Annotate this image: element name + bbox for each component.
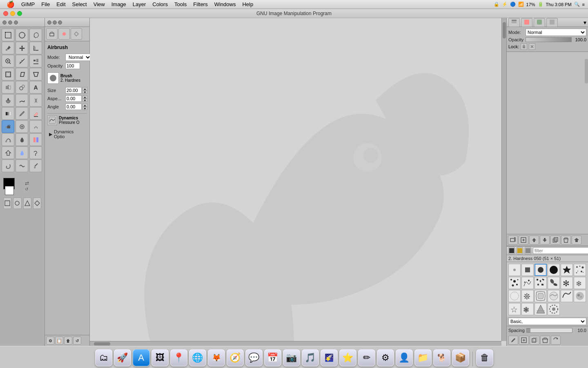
aspect-down-arrow[interactable]: ▼: [82, 99, 87, 102]
rotate2-tool[interactable]: [2, 159, 14, 172]
menu-select[interactable]: Select: [69, 0, 90, 8]
brush-cell-8[interactable]: [521, 277, 534, 289]
chrome-icon[interactable]: 🌐: [189, 349, 206, 366]
rectangle-select-tool[interactable]: [2, 29, 14, 41]
opt-icon-2[interactable]: [58, 28, 70, 40]
brush-gold-icon[interactable]: [517, 247, 523, 254]
menu-tools[interactable]: Tools: [171, 0, 190, 8]
zoom-tool[interactable]: [2, 55, 14, 67]
perspective-tool[interactable]: [29, 68, 42, 81]
brush-cell-6[interactable]: [574, 264, 586, 276]
blend-tool[interactable]: [2, 107, 14, 120]
calendar-icon[interactable]: 📅: [264, 349, 281, 366]
menu-colors[interactable]: Colors: [149, 0, 171, 8]
brush-cell-21[interactable]: [535, 303, 547, 315]
brush-cell-12[interactable]: ❄: [574, 277, 586, 289]
options-expand[interactable]: [58, 20, 62, 25]
paths-tab[interactable]: [534, 18, 545, 27]
lasso-tool[interactable]: [29, 29, 42, 41]
refresh-brush-button[interactable]: [551, 336, 561, 345]
launchpad-icon[interactable]: 🚀: [114, 349, 131, 366]
free-select-tool[interactable]: [2, 146, 14, 159]
shear-tool[interactable]: [16, 68, 28, 81]
menu-edit[interactable]: Edit: [53, 0, 69, 8]
brush-filter-input[interactable]: [533, 247, 588, 254]
brush-cell-20[interactable]: ❃: [521, 303, 534, 315]
documents-icon[interactable]: 📁: [414, 349, 432, 366]
delete-layer-button[interactable]: [561, 236, 571, 245]
brush-cell-5[interactable]: [561, 264, 573, 276]
right-panel-menu-icon[interactable]: ▾: [584, 19, 586, 26]
duplicate-brush-button[interactable]: [530, 336, 539, 345]
brush-cell-22[interactable]: [548, 303, 560, 315]
quick-tool-4[interactable]: [33, 197, 41, 209]
drop-tool[interactable]: [16, 146, 28, 159]
history-tab[interactable]: [546, 18, 558, 27]
menu-layer[interactable]: Layer: [129, 0, 149, 8]
new-layer-from-visible-button[interactable]: [508, 236, 518, 245]
paintbrush-tool[interactable]: [29, 159, 42, 172]
lightning-icon[interactable]: ⚡: [502, 2, 508, 7]
menu-image[interactable]: Image: [108, 0, 129, 8]
aspect-input[interactable]: 0.00: [65, 95, 82, 102]
ink-tool[interactable]: [16, 133, 28, 146]
reset-colors-icon[interactable]: ↺: [25, 187, 29, 191]
safari-icon[interactable]: 🧭: [227, 349, 244, 366]
text-tool[interactable]: A: [29, 81, 42, 94]
photos-icon[interactable]: 📷: [283, 349, 300, 366]
canvas-area[interactable]: [90, 18, 506, 346]
trash-icon[interactable]: 🗑: [476, 349, 493, 366]
brush-cell-11[interactable]: ✻: [561, 277, 573, 289]
brush-cell-14[interactable]: ❊: [521, 290, 534, 302]
swap-colors-icon[interactable]: ⇄: [25, 180, 29, 186]
script-tool[interactable]: [29, 146, 42, 159]
wifi-icon[interactable]: 📶: [518, 2, 524, 7]
ellipse-select-tool[interactable]: [16, 29, 28, 41]
system-prefs-icon[interactable]: ⚙: [377, 349, 394, 366]
mode-select[interactable]: Normal: [65, 54, 91, 61]
extras-icon[interactable]: 📦: [452, 349, 469, 366]
crop-tool[interactable]: [29, 42, 42, 54]
brush-preset-select[interactable]: Basic,: [508, 318, 586, 325]
brush-cell-16[interactable]: [548, 290, 560, 302]
channels-tab[interactable]: [521, 18, 532, 27]
toolbox-expand[interactable]: [14, 20, 18, 25]
duplicate-layer-button[interactable]: [550, 236, 560, 245]
finder-icon[interactable]: 🗂: [95, 349, 112, 366]
tool-preset-1[interactable]: ⚙: [46, 337, 54, 345]
accounts-icon[interactable]: 👤: [396, 349, 413, 366]
layer-mode-select[interactable]: Normal: [526, 29, 586, 36]
brush-cell-2[interactable]: [521, 264, 534, 276]
color-picker-tool[interactable]: [2, 42, 14, 54]
pencil-tool[interactable]: [16, 107, 28, 120]
garageband-icon[interactable]: ⭐: [339, 349, 356, 366]
maps-icon[interactable]: 📍: [170, 349, 187, 366]
quick-tool-1[interactable]: [3, 197, 11, 209]
angle-down-arrow[interactable]: ▼: [82, 107, 87, 110]
opt-icon-1[interactable]: [46, 28, 58, 40]
appstore-icon[interactable]: A: [133, 349, 150, 366]
tool-options-scrollbar[interactable]: [585, 59, 588, 83]
minimize-button[interactable]: [10, 11, 15, 16]
quick-tool-2[interactable]: [13, 197, 21, 209]
dodge-burn-tool[interactable]: [29, 94, 42, 107]
notification-center-icon[interactable]: ≡: [582, 2, 585, 7]
clone-tool[interactable]: [16, 81, 28, 94]
convolve-tool[interactable]: [29, 120, 42, 133]
bluetooth-icon[interactable]: 🔵: [510, 2, 516, 7]
canvas-scrollbar-vertical[interactable]: [501, 18, 506, 341]
color-balance-tool[interactable]: [29, 133, 42, 146]
angle-up-arrow[interactable]: ▲: [82, 103, 87, 107]
layers-tab[interactable]: [508, 18, 520, 27]
search-icon[interactable]: 🔍: [574, 2, 580, 7]
canvas[interactable]: [90, 18, 506, 346]
brush-cell-3[interactable]: [535, 264, 547, 276]
healing-brush-tool[interactable]: [16, 120, 28, 133]
options-minimize[interactable]: [53, 20, 57, 25]
lock-pixels-button[interactable]: [521, 43, 527, 50]
apple-menu[interactable]: 🍎: [3, 0, 18, 9]
size-input[interactable]: 20.00: [65, 87, 82, 94]
align-tool[interactable]: [29, 55, 42, 67]
warp-tool[interactable]: [16, 159, 28, 172]
opt-icon-3[interactable]: [71, 28, 82, 40]
